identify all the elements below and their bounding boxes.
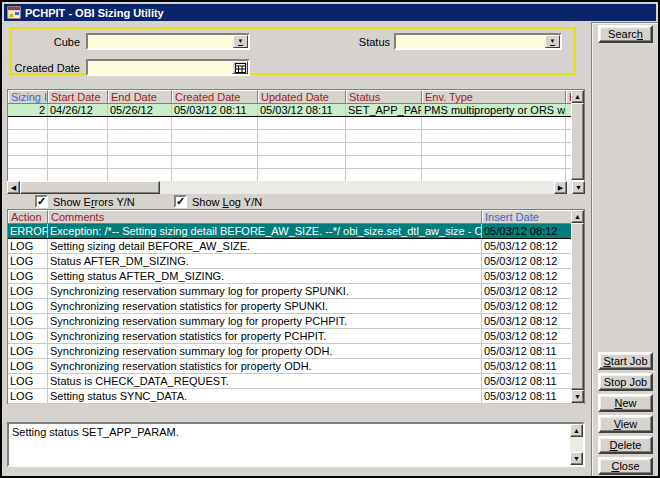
detail-message-box[interactable]: Setting status SET_APP_PARAM. ▲ ▼ bbox=[7, 422, 585, 467]
log-vscroll-thumb[interactable] bbox=[571, 223, 584, 390]
log-table-row[interactable]: LOGSetting status SYNC_DATA.05/03/12 08:… bbox=[8, 389, 584, 404]
jobs-cell bbox=[346, 130, 422, 142]
arrow-right-icon: ▶ bbox=[558, 184, 563, 191]
log-insert-date-cell: 05/03/12 08:12 bbox=[482, 254, 573, 268]
jobs-cell bbox=[258, 156, 346, 168]
jobs-header-sizing-id[interactable]: Sizing ID bbox=[8, 90, 48, 103]
jobs-cell bbox=[108, 117, 172, 129]
log-action-cell: LOG bbox=[8, 284, 48, 298]
log-header-insert-date[interactable]: Insert Date bbox=[482, 210, 573, 223]
jobs-cell bbox=[172, 169, 258, 181]
calendar-button[interactable] bbox=[232, 61, 248, 74]
log-insert-date-cell: 05/03/12 08:12 bbox=[482, 314, 573, 328]
log-table-row[interactable]: LOGSetting sizing detail BEFORE_AW_SIZE.… bbox=[8, 239, 584, 254]
log-action-cell: LOG bbox=[8, 359, 48, 373]
jobs-scroll-right-button[interactable]: ▶ bbox=[554, 181, 567, 194]
delete-button[interactable]: Delete bbox=[598, 436, 653, 454]
log-table-row[interactable]: LOGSynchronizing reservation statistics … bbox=[8, 329, 584, 344]
log-insert-date-cell: 05/03/12 08:11 bbox=[482, 389, 573, 403]
log-table-row[interactable]: LOGSynchronizing reservation summary log… bbox=[8, 314, 584, 329]
detail-scroll-up-button[interactable]: ▲ bbox=[570, 424, 583, 437]
log-table-row[interactable]: LOGStatus is CHECK_DATA_REQUEST.05/03/12… bbox=[8, 374, 584, 389]
calendar-icon bbox=[235, 63, 246, 73]
jobs-cell bbox=[108, 156, 172, 168]
jobs-hscroll-thumb[interactable] bbox=[20, 181, 160, 194]
jobs-header-env-type: Env. Type bbox=[422, 90, 566, 103]
jobs-table-row[interactable]: 204/26/1205/26/1205/03/12 08:1105/03/12 … bbox=[8, 104, 584, 117]
app-icon bbox=[7, 6, 21, 19]
jobs-scroll-left-button[interactable]: ◀ bbox=[7, 181, 20, 194]
log-action-cell: LOG bbox=[8, 299, 48, 313]
cube-dropdown-button[interactable]: ▼ bbox=[233, 35, 248, 48]
status-combobox[interactable]: ▼ bbox=[394, 33, 562, 50]
jobs-cell bbox=[48, 130, 108, 142]
jobs-table-body: 204/26/1205/26/1205/03/12 08:1105/03/12 … bbox=[8, 104, 584, 182]
log-insert-date-cell: 05/03/12 08:12 bbox=[482, 299, 573, 313]
log-table-row[interactable]: LOGSynchronizing reservation summary log… bbox=[8, 344, 584, 359]
created-date-value[interactable] bbox=[88, 61, 232, 74]
log-scroll-down-button[interactable]: ▼ bbox=[571, 390, 584, 403]
show-errors-checkbox[interactable]: ✓ bbox=[35, 195, 48, 208]
log-header-comments: Comments bbox=[48, 210, 482, 223]
detail-scroll-down-button[interactable]: ▼ bbox=[570, 452, 583, 465]
jobs-cell bbox=[48, 156, 108, 168]
jobs-header-updated-date: Updated Date bbox=[258, 90, 346, 103]
jobs-cell bbox=[48, 117, 108, 129]
jobs-table-empty-row[interactable] bbox=[8, 130, 584, 143]
start-job-button[interactable]: Start Job bbox=[598, 352, 653, 370]
log-table-row[interactable]: LOGSetting status AFTER_DM_SIZING.05/03/… bbox=[8, 269, 584, 284]
search-button[interactable]: Search bbox=[598, 25, 653, 43]
jobs-cell: 05/03/12 08:11 bbox=[258, 104, 346, 116]
jobs-scroll-up-button[interactable]: ▲ bbox=[571, 90, 584, 103]
jobs-vscroll-thumb[interactable] bbox=[571, 103, 584, 180]
log-table-row[interactable]: LOGSynchronizing reservation statistics … bbox=[8, 359, 584, 374]
jobs-cell bbox=[422, 156, 566, 168]
jobs-cell bbox=[422, 169, 566, 181]
log-action-cell: LOG bbox=[8, 239, 48, 253]
cube-combobox[interactable]: ▼ bbox=[86, 33, 250, 50]
log-table-row[interactable]: LOGSynchronizing reservation statistics … bbox=[8, 299, 584, 314]
window-title: PCHPIT - OBI Sizing Utility bbox=[25, 7, 164, 19]
jobs-header-status: Status bbox=[346, 90, 422, 103]
jobs-table-empty-row[interactable] bbox=[8, 117, 584, 130]
stop-job-button[interactable]: Stop Job bbox=[598, 373, 653, 391]
jobs-cell bbox=[258, 169, 346, 181]
jobs-cell bbox=[108, 169, 172, 181]
jobs-table-empty-row[interactable] bbox=[8, 156, 584, 169]
log-table-row[interactable]: LOGSynchronizing reservation summary log… bbox=[8, 284, 584, 299]
jobs-cell bbox=[422, 130, 566, 142]
log-insert-date-cell: 05/03/12 08:11 bbox=[482, 374, 573, 388]
jobs-cell bbox=[8, 130, 48, 142]
new-button[interactable]: New bbox=[598, 394, 653, 412]
log-table-row[interactable]: LOGStatus AFTER_DM_SIZING.05/03/12 08:12 bbox=[8, 254, 584, 269]
log-comment-cell: Synchronizing reservation statistics for… bbox=[48, 329, 482, 343]
jobs-cell bbox=[346, 143, 422, 155]
jobs-table-header: Sizing ID Start Date End Date Created Da… bbox=[8, 90, 584, 104]
log-scroll-up-button[interactable]: ▲ bbox=[571, 210, 584, 223]
status-dropdown-button[interactable]: ▼ bbox=[545, 35, 560, 48]
status-value[interactable] bbox=[396, 35, 545, 48]
show-log-checkbox[interactable]: ✓ bbox=[174, 195, 187, 208]
filter-row: ✓ Show Errors Y/N ✓ Show Log Y/N bbox=[2, 195, 588, 209]
jobs-cell bbox=[346, 117, 422, 129]
cube-value[interactable] bbox=[88, 35, 233, 48]
created-date-field[interactable] bbox=[86, 59, 250, 76]
log-insert-date-cell: 05/03/12 08:12 bbox=[482, 239, 573, 253]
detail-message-text: Setting status SET_APP_PARAM. bbox=[12, 426, 565, 438]
log-comment-cell: Synchronizing reservation summary log fo… bbox=[48, 284, 482, 298]
arrow-down-icon: ▼ bbox=[574, 393, 581, 400]
jobs-header-created-date: Created Date bbox=[172, 90, 258, 103]
log-table: Action Comments Insert Date ERRORExcepti… bbox=[7, 209, 585, 404]
jobs-cell bbox=[48, 169, 108, 181]
jobs-header-start-date: Start Date bbox=[48, 90, 108, 103]
view-button[interactable]: View bbox=[598, 415, 653, 433]
jobs-scroll-down-button[interactable]: ▼ bbox=[572, 181, 585, 194]
created-date-label: Created Date bbox=[14, 62, 80, 74]
jobs-cell bbox=[172, 130, 258, 142]
log-action-cell: LOG bbox=[8, 254, 48, 268]
jobs-table-empty-row[interactable] bbox=[8, 143, 584, 156]
log-table-row[interactable]: ERRORException: /*-- Setting sizing deta… bbox=[8, 224, 584, 239]
close-button[interactable]: Close bbox=[598, 457, 653, 475]
jobs-cell bbox=[346, 169, 422, 181]
jobs-header-end-date: End Date bbox=[108, 90, 172, 103]
